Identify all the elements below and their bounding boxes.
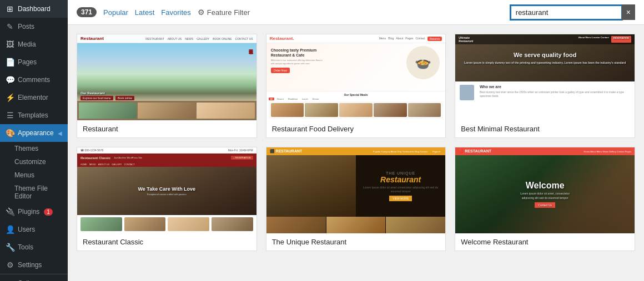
sidebar: ⊞ Dashboard ✎ Posts 🖼 Media 📄 Pages 💬 Co… (0, 0, 68, 281)
sidebar-item-appearance[interactable]: 🎨 Appearance ◀ (0, 124, 68, 142)
unique-bottom-grid (266, 217, 446, 233)
sidebar-sub-customize[interactable]: Customize (0, 155, 68, 168)
media-icon: 🖼 (6, 40, 14, 49)
theme-card-minimal[interactable]: UltimateRestaurant About Menu Locator Co… (455, 34, 635, 138)
classic-hero: We Take Care With Love Exceptional cuisi… (77, 167, 256, 215)
sidebar-item-settings[interactable]: ⚙ Settings (0, 256, 68, 274)
sidebar-sub-themes[interactable]: Themes (0, 142, 68, 155)
sidebar-item-posts[interactable]: ✎ Posts (0, 18, 68, 35)
restaurant-nav: Restaurant RESTAURANTABOUT USNEWSGALLERY… (77, 34, 256, 43)
theme-grid: Restaurant RESTAURANTABOUT USNEWSGALLERY… (68, 25, 644, 281)
sidebar-label-media: Media (18, 40, 36, 48)
theme-thumbnail-classic: ☎ 000-1234-5678Mon-Fri: 10AM-6PM Restaur… (77, 147, 256, 233)
sidebar-item-dashboard[interactable]: ⊞ Dashboard (0, 0, 68, 18)
tools-icon: 🔧 (6, 243, 14, 252)
users-icon: 👤 (6, 225, 14, 234)
dashboard-icon: ⊞ (6, 4, 14, 13)
theme-thumbnail-welcome: 🔴 RESTAURANT Home About Menu News Galler… (455, 147, 635, 233)
theme-thumbnail-minimal: UltimateRestaurant About Menu Locator Co… (455, 34, 635, 120)
sidebar-label-templates: Templates (18, 111, 48, 119)
theme-thumbnail-unique: ⬛ RESTAURANT Popular Category About Only… (266, 147, 446, 233)
minimal-hero-image: UltimateRestaurant About Menu Locator Co… (455, 34, 635, 81)
feature-filter-label: Feature Filter (207, 8, 250, 17)
theme-name-unique: The Unique Restaurant (266, 233, 446, 251)
sidebar-label-dashboard: Dashboard (18, 5, 51, 13)
sidebar-item-media[interactable]: 🖼 Media (0, 35, 68, 53)
sidebar-label-posts: Posts (18, 23, 34, 30)
sidebar-sub-theme-file-editor[interactable]: Theme File Editor (0, 182, 68, 203)
plugins-badge: 1 (44, 208, 53, 216)
plugins-icon: 🔌 (6, 207, 14, 216)
appearance-icon: 🎨 (6, 129, 14, 137)
classic-secondary-nav: HOMEMENUABOUT USGALLERYCONTACT (77, 162, 256, 167)
sidebar-item-tools[interactable]: 🔧 Tools (0, 238, 68, 256)
sidebar-item-templates[interactable]: ☰ Templates (0, 106, 68, 124)
theme-name-classic: Restaurant Classic (77, 233, 256, 251)
sidebar-item-comments[interactable]: 💬 Comments (0, 71, 68, 89)
theme-name-food-delivery: Restaurant Food Delivery (266, 120, 446, 137)
sidebar-label-pages: Pages (18, 58, 37, 66)
food-delivery-nav: Restaurant. MenuBlogAboutPagesContact Re… (266, 34, 446, 43)
unique-nav: ⬛ RESTAURANT Popular Category About Only… (266, 147, 446, 155)
sidebar-label-settings: Settings (18, 261, 42, 269)
theme-card-unique[interactable]: ⬛ RESTAURANT Popular Category About Only… (266, 147, 446, 251)
minimal-avatar-image (460, 85, 474, 100)
unique-content-grid: THE UNIQUE Restaurant Lorem ipsum dolor … (266, 155, 446, 217)
theme-name-restaurant: Restaurant (77, 120, 256, 137)
tab-latest[interactable]: Latest (135, 7, 154, 18)
sidebar-label-users: Users (18, 226, 35, 233)
appearance-arrow: ◀ (58, 130, 62, 136)
sidebar-label-appearance: Appearance (18, 129, 54, 137)
classic-top-bar: ☎ 000-1234-5678Mon-Fri: 10AM-6PM (77, 147, 256, 154)
sidebar-label-comments: Comments (18, 76, 50, 84)
theme-thumbnail-food-delivery: Restaurant. MenuBlogAboutPagesContact Re… (266, 34, 446, 120)
sidebar-label-plugins: Plugins (18, 208, 39, 216)
minimal-bottom-section: Who we are Best dummy text ever since th… (455, 81, 635, 120)
theme-card-restaurant[interactable]: Restaurant RESTAURANTABOUT USNEWSGALLERY… (77, 34, 257, 138)
posts-icon: ✎ (6, 22, 14, 31)
sidebar-item-pages[interactable]: 📄 Pages (0, 53, 68, 71)
food-items-grid (269, 101, 444, 119)
theme-thumbnail-restaurant: Restaurant RESTAURANTABOUT USNEWSGALLERY… (77, 34, 256, 120)
theme-name-minimal: Best Minimal Restaurant (455, 120, 635, 137)
theme-card-welcome[interactable]: 🔴 RESTAURANT Home About Menu News Galler… (455, 147, 635, 251)
tab-popular[interactable]: Popular (103, 7, 128, 18)
classic-bottom (77, 215, 256, 233)
gear-icon: ⚙ (198, 8, 205, 17)
food-hero: Choosing tasty PremiumRestaurant & Cafe … (266, 43, 446, 91)
comments-icon: 💬 (6, 75, 14, 84)
theme-card-food-delivery[interactable]: Restaurant. MenuBlogAboutPagesContact Re… (266, 34, 446, 138)
search-clear-button[interactable]: × (622, 4, 635, 20)
theme-name-welcome: Welcome Restaurant (455, 233, 635, 251)
sidebar-sub-menus[interactable]: Menus (0, 168, 68, 182)
food-delivery-scene: Restaurant. MenuBlogAboutPagesContact Re… (266, 34, 446, 120)
sidebar-collapse[interactable]: ◀ Collapse menu (0, 274, 68, 281)
feature-filter-button[interactable]: ⚙ Feature Filter (198, 8, 250, 17)
welcome-hero: Welcome Lorem ipsum dolor sit amet, cons… (455, 155, 635, 233)
search-input[interactable] (511, 6, 622, 19)
main-content: 371 Popular Latest Favorites ⚙ Feature F… (68, 0, 644, 281)
sidebar-item-elementor[interactable]: ⚡ Elementor (0, 89, 68, 106)
search-box: × (511, 4, 635, 20)
sidebar-label-tools: Tools (18, 243, 33, 251)
sidebar-label-elementor: Elementor (18, 94, 48, 101)
minimal-scene: UltimateRestaurant About Menu Locator Co… (455, 34, 635, 120)
settings-icon: ⚙ (6, 260, 14, 269)
elementor-icon: ⚡ (6, 93, 14, 102)
pages-icon: 📄 (6, 58, 14, 67)
welcome-nav: 🔴 RESTAURANT Home About Menu News Galler… (455, 147, 635, 155)
topbar: 371 Popular Latest Favorites ⚙ Feature F… (68, 0, 644, 25)
welcome-scene: 🔴 RESTAURANT Home About Menu News Galler… (455, 147, 635, 233)
classic-nav: Restaurant Classic Just Another WordPres… (77, 154, 256, 162)
templates-icon: ☰ (6, 111, 14, 120)
sidebar-item-plugins[interactable]: 🔌 Plugins 1 (0, 203, 68, 221)
mountain-scene: Restaurant RESTAURANTABOUT USNEWSGALLERY… (77, 34, 256, 120)
unique-scene: ⬛ RESTAURANT Popular Category About Only… (266, 147, 446, 233)
tab-favorites[interactable]: Favorites (161, 7, 190, 18)
food-image-circle: 🍲 (406, 46, 440, 79)
theme-count-badge: 371 (77, 7, 97, 17)
collapse-icon: ◀ (6, 279, 14, 281)
classic-scene: ☎ 000-1234-5678Mon-Fri: 10AM-6PM Restaur… (77, 147, 256, 233)
sidebar-item-users[interactable]: 👤 Users (0, 221, 68, 238)
theme-card-classic[interactable]: ☎ 000-1234-5678Mon-Fri: 10AM-6PM Restaur… (77, 147, 257, 251)
